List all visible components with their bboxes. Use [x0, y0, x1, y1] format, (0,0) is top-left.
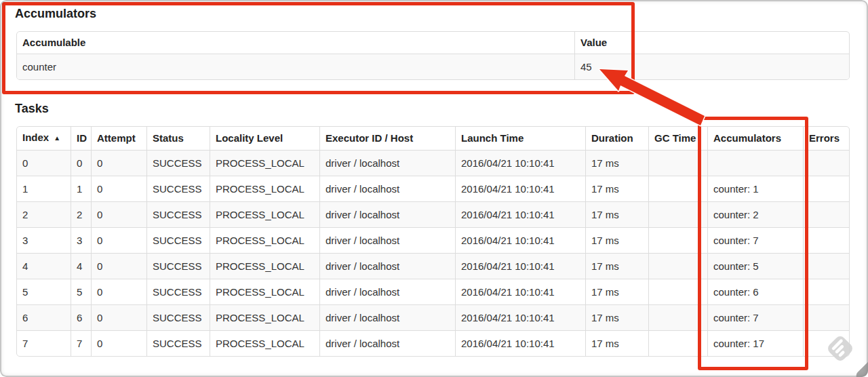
cell-index: 5 — [17, 279, 71, 304]
sort-ascending-icon: ▲ — [54, 134, 60, 142]
cell-launch-time: 2016/04/21 10:10:41 — [455, 279, 585, 304]
cell-launch-time: 2016/04/21 10:10:41 — [455, 304, 585, 330]
task-row: 1 1 0 SUCCESS PROCESS_LOCAL driver / loc… — [17, 176, 849, 201]
cell-status: SUCCESS — [146, 279, 210, 304]
status-column-header[interactable]: Status — [146, 127, 210, 151]
id-column-header[interactable]: ID — [71, 127, 91, 151]
cell-errors — [803, 201, 849, 227]
cell-launch-time: 2016/04/21 10:10:41 — [455, 176, 585, 201]
cell-status: SUCCESS — [146, 201, 210, 227]
task-row: 2 2 0 SUCCESS PROCESS_LOCAL driver / loc… — [17, 201, 849, 227]
cell-gc-time — [648, 151, 707, 176]
cell-executor: driver / localhost — [319, 176, 455, 201]
cell-accumulators: counter: 17 — [707, 330, 803, 356]
cell-errors — [803, 253, 849, 279]
accumulators-section-title: Accumulators — [15, 0, 850, 21]
cell-executor: driver / localhost — [319, 227, 455, 253]
cell-locality-level: PROCESS_LOCAL — [210, 151, 319, 176]
task-row: 6 6 0 SUCCESS PROCESS_LOCAL driver / loc… — [17, 304, 849, 330]
tasks-header-row: Index▲ ID Attempt Status Locality Level … — [17, 127, 849, 151]
cell-errors — [803, 279, 849, 304]
cell-status: SUCCESS — [146, 151, 210, 176]
cell-locality-level: PROCESS_LOCAL — [210, 330, 319, 356]
cell-launch-time: 2016/04/21 10:10:41 — [455, 253, 585, 279]
cell-duration: 17 ms — [585, 227, 648, 253]
executor-id-host-column-header[interactable]: Executor ID / Host — [319, 127, 455, 151]
cell-index: 6 — [17, 304, 71, 330]
cell-gc-time — [648, 330, 707, 356]
task-row: 7 7 0 SUCCESS PROCESS_LOCAL driver / loc… — [17, 330, 849, 356]
cell-locality-level: PROCESS_LOCAL — [210, 227, 319, 253]
accumulators-header-row: Accumulable Value — [17, 32, 849, 54]
cell-id: 4 — [71, 253, 91, 279]
cell-index: 3 — [17, 227, 71, 253]
cell-launch-time: 2016/04/21 10:10:41 — [455, 330, 585, 356]
locality-level-column-header[interactable]: Locality Level — [210, 127, 319, 151]
cell-duration: 17 ms — [585, 279, 648, 304]
cell-status: SUCCESS — [146, 227, 210, 253]
cell-accumulators: counter: 2 — [707, 201, 803, 227]
cell-locality-level: PROCESS_LOCAL — [210, 176, 319, 201]
gc-time-column-header[interactable]: GC Time — [648, 127, 707, 151]
cell-duration: 17 ms — [585, 253, 648, 279]
accumulable-column-header: Accumulable — [17, 32, 574, 54]
cell-index: 0 — [17, 151, 71, 176]
cell-id: 6 — [71, 304, 91, 330]
cell-errors — [803, 330, 849, 356]
cell-attempt: 0 — [91, 304, 146, 330]
cell-status: SUCCESS — [146, 330, 210, 356]
cell-duration: 17 ms — [585, 151, 648, 176]
cell-gc-time — [648, 176, 707, 201]
accumulable-value-cell: 45 — [574, 54, 849, 79]
task-row: 4 4 0 SUCCESS PROCESS_LOCAL driver / loc… — [17, 253, 849, 279]
cell-duration: 17 ms — [585, 304, 648, 330]
cell-attempt: 0 — [91, 176, 146, 201]
cell-launch-time: 2016/04/21 10:10:41 — [455, 201, 585, 227]
cell-accumulators: counter: 7 — [707, 227, 803, 253]
cell-executor: driver / localhost — [319, 253, 455, 279]
cell-errors — [803, 227, 849, 253]
cell-attempt: 0 — [91, 151, 146, 176]
value-column-header: Value — [574, 32, 849, 54]
cell-duration: 17 ms — [585, 330, 648, 356]
cell-attempt: 0 — [91, 330, 146, 356]
cell-errors — [803, 151, 849, 176]
task-row: 0 0 0 SUCCESS PROCESS_LOCAL driver / loc… — [17, 151, 849, 176]
cell-locality-level: PROCESS_LOCAL — [210, 253, 319, 279]
cell-errors — [803, 304, 849, 330]
cell-index: 1 — [17, 176, 71, 201]
cell-launch-time: 2016/04/21 10:10:41 — [455, 151, 585, 176]
cell-accumulators: counter: 6 — [707, 279, 803, 304]
cell-gc-time — [648, 253, 707, 279]
cell-index: 2 — [17, 201, 71, 227]
cell-status: SUCCESS — [146, 176, 210, 201]
spark-stage-page: Accumulators Accumulable Value counter 4… — [0, 0, 868, 377]
cursor-fragment — [854, 357, 868, 377]
cell-attempt: 0 — [91, 253, 146, 279]
index-column-header[interactable]: Index▲ — [17, 127, 71, 151]
cell-id: 2 — [71, 201, 91, 227]
cell-accumulators — [707, 151, 803, 176]
cell-duration: 17 ms — [585, 201, 648, 227]
accumulators-column-header[interactable]: Accumulators — [707, 127, 803, 151]
cell-gc-time — [648, 279, 707, 304]
accumulator-row: counter 45 — [17, 54, 849, 79]
cell-executor: driver / localhost — [319, 151, 455, 176]
accumulators-table: Accumulable Value counter 45 — [16, 31, 850, 80]
duration-column-header[interactable]: Duration — [585, 127, 648, 151]
cell-executor: driver / localhost — [319, 304, 455, 330]
cell-executor: driver / localhost — [319, 201, 455, 227]
task-row: 3 3 0 SUCCESS PROCESS_LOCAL driver / loc… — [17, 227, 849, 253]
cell-executor: driver / localhost — [319, 330, 455, 356]
cell-duration: 17 ms — [585, 176, 648, 201]
cell-id: 7 — [71, 330, 91, 356]
accumulable-name-cell: counter — [17, 54, 574, 79]
cell-errors — [803, 176, 849, 201]
launch-time-column-header[interactable]: Launch Time — [455, 127, 585, 151]
cell-index: 4 — [17, 253, 71, 279]
cell-gc-time — [648, 201, 707, 227]
attempt-column-header[interactable]: Attempt — [91, 127, 146, 151]
cell-locality-level: PROCESS_LOCAL — [210, 304, 319, 330]
cell-accumulators: counter: 1 — [707, 176, 803, 201]
errors-column-header[interactable]: Errors — [803, 127, 849, 151]
